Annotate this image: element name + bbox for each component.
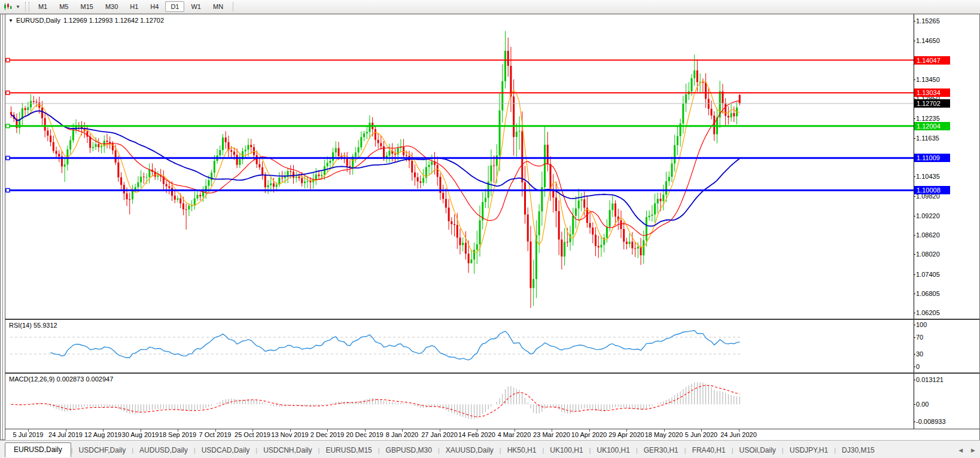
date-label: 23 Mar 2020 xyxy=(533,431,570,438)
date-label: 5 Jun 2020 xyxy=(685,431,717,438)
price-tick: 1.06205 xyxy=(916,309,940,317)
chart-workspace: ▼ EURUSD,Daily 1.12969 1.12993 1.12642 1… xyxy=(0,14,980,440)
price-tick: 1.13450 xyxy=(916,76,940,84)
rsi-label: RSI(14) 55.9312 xyxy=(9,322,57,329)
tab-usdchf-daily[interactable]: USDCHF,Daily xyxy=(73,444,132,457)
tab-xauusd-daily[interactable]: XAUUSD,Daily xyxy=(440,444,500,457)
toolbar-grip[interactable] xyxy=(25,2,29,11)
hline-price-label: 1.14047 xyxy=(914,56,950,65)
date-label: 14 Feb 2020 xyxy=(458,431,495,438)
timeframe-button-d1[interactable]: D1 xyxy=(165,1,184,12)
timeframe-button-m30[interactable]: M30 xyxy=(100,1,123,12)
tab-uk100-h1[interactable]: UK100,H1 xyxy=(544,444,589,457)
rsi-tick: 30 xyxy=(916,350,923,358)
date-label: 5 Jul 2019 xyxy=(13,431,44,438)
date-label: 29 Apr 2020 xyxy=(608,431,644,438)
timeframe-button-h1[interactable]: H1 xyxy=(124,1,144,12)
rsi-tick: 100 xyxy=(916,321,927,329)
chart-ohlc-values: 1.12969 1.12993 1.12642 1.12702 xyxy=(63,17,164,24)
chart-tabs: EURUSD,Daily|USDCHF,Daily|AUDUSD,Daily|U… xyxy=(5,442,881,457)
date-label: 10 Apr 2020 xyxy=(571,431,607,438)
tab-usoil-daily[interactable]: USOil,Daily xyxy=(734,444,782,457)
hline-price-label: 1.11009 xyxy=(914,154,950,162)
hline-price-label: 1.12004 xyxy=(914,122,950,130)
date-label: 18 Sep 2019 xyxy=(159,431,196,438)
rsi-tick: 70 xyxy=(916,334,923,341)
hline-price-label: 1.13034 xyxy=(914,88,950,97)
macd-chart[interactable] xyxy=(5,374,914,428)
date-label: 27 Jan 2020 xyxy=(421,431,458,438)
tab-gbpusd-m30[interactable]: GBPUSD,M30 xyxy=(380,444,438,457)
tab-scroll-right-icon[interactable]: ▶ xyxy=(971,447,975,453)
price-tick: 1.06805 xyxy=(916,290,940,298)
macd-tick: 0.013121 xyxy=(916,376,944,384)
chart-title: ▼ EURUSD,Daily 1.12969 1.12993 1.12642 1… xyxy=(8,17,164,24)
tab-scroll-left-icon[interactable]: ◀ xyxy=(958,447,963,453)
toolbar-separator xyxy=(233,2,233,11)
timeframe-button-m5[interactable]: M5 xyxy=(54,1,74,12)
price-tick: 1.10435 xyxy=(916,173,940,181)
price-tick: 1.08620 xyxy=(916,231,940,239)
chart-type-dropdown-icon[interactable]: ▼ xyxy=(14,4,22,10)
date-label: 20 Dec 2019 xyxy=(346,431,383,438)
macd-panel: MACD(12,26,9) 0.002873 0.002947 0.013121… xyxy=(5,374,979,429)
timeframe-button-m1[interactable]: M1 xyxy=(33,1,53,12)
candlestick-chart[interactable] xyxy=(5,14,914,317)
tab-hk50-h1[interactable]: HK50,H1 xyxy=(501,444,543,457)
tab-ger30-h1[interactable]: GER30,H1 xyxy=(638,444,684,457)
tab-scroll-buttons: ◀ ▶ xyxy=(958,447,975,453)
macd-plot-area[interactable]: MACD(12,26,9) 0.002873 0.002947 xyxy=(5,374,914,429)
chart-symbol-period: EURUSD,Daily xyxy=(16,17,60,24)
tab-eurusd-daily[interactable]: EURUSD,Daily xyxy=(5,442,71,457)
tab-eurusd-m15[interactable]: EURUSD,M15 xyxy=(319,444,378,457)
candlestick-chart-icon xyxy=(4,2,12,11)
tab-uk100-h1[interactable]: UK100,H1 xyxy=(591,444,636,457)
macd-tick: 0.00 xyxy=(916,401,929,408)
price-tick: 1.14650 xyxy=(916,37,940,45)
rsi-axis[interactable]: 10070300 xyxy=(914,320,979,372)
current-price-label: 1.12702 xyxy=(914,99,950,108)
timeframe-button-w1[interactable]: W1 xyxy=(185,1,206,12)
macd-tick: -0.008933 xyxy=(916,418,946,426)
price-tick: 1.07405 xyxy=(916,271,940,279)
price-tick: 1.09220 xyxy=(916,212,940,220)
moving-average-6 xyxy=(11,81,740,252)
price-axis[interactable]: 1.152651.146501.134501.128501.122351.116… xyxy=(914,14,979,319)
timeframe-toolbar: ▼ M1M5M15M30H1H4D1W1MN xyxy=(0,0,980,14)
macd-axis[interactable]: 0.0131210.00-0.008933 xyxy=(914,374,979,429)
price-tick: 1.15265 xyxy=(916,17,940,25)
timeframe-buttons: M1M5M15M30H1H4D1W1MN xyxy=(32,1,229,12)
rsi-panel: RSI(14) 55.9312 10070300 xyxy=(5,320,979,374)
trading-terminal-window: ▼ M1M5M15M30H1H4D1W1MN ▼ EURUSD,Daily 1.… xyxy=(0,0,980,458)
price-plot-area[interactable]: ▼ EURUSD,Daily 1.12969 1.12993 1.12642 1… xyxy=(5,14,914,319)
chart-collapse-icon[interactable]: ▼ xyxy=(8,18,13,23)
tab-usdjpy-h1[interactable]: USDJPY,H1 xyxy=(784,444,834,457)
date-label: 24 Jun 2020 xyxy=(720,431,757,438)
rsi-plot-area[interactable]: RSI(14) 55.9312 xyxy=(5,320,914,372)
price-tick: 1.08020 xyxy=(916,251,940,258)
tab-dj30-m15[interactable]: DJ30,M15 xyxy=(836,444,881,457)
timeframe-button-h4[interactable]: H4 xyxy=(145,1,164,12)
chart-left-edge xyxy=(1,14,5,439)
tab-audusd-daily[interactable]: AUDUSD,Daily xyxy=(133,444,194,457)
date-label: 18 May 2020 xyxy=(645,431,683,438)
main-chart-panel: ▼ EURUSD,Daily 1.12969 1.12993 1.12642 1… xyxy=(5,14,979,320)
timeframe-button-m15[interactable]: M15 xyxy=(75,1,98,12)
chart-type-icon[interactable] xyxy=(2,1,14,12)
date-label: 13 Nov 2019 xyxy=(271,431,308,438)
moving-average-20 xyxy=(11,101,740,236)
date-label: 30 Aug 2019 xyxy=(122,431,159,438)
rsi-chart[interactable] xyxy=(5,320,914,371)
price-tick: 1.11635 xyxy=(916,135,939,142)
tab-usdcnh-daily[interactable]: USDCNH,Daily xyxy=(257,444,318,457)
timeframe-button-mn[interactable]: MN xyxy=(208,1,229,12)
chart-tab-bar: EURUSD,Daily|USDCHF,Daily|AUDUSD,Daily|U… xyxy=(0,440,980,457)
time-axis[interactable]: 5 Jul 201924 Jul 201912 Aug 201930 Aug 2… xyxy=(5,429,979,440)
date-label: 8 Jan 2020 xyxy=(386,431,418,438)
date-label: 12 Aug 2019 xyxy=(84,431,121,438)
tab-usdcad-daily[interactable]: USDCAD,Daily xyxy=(196,444,256,457)
rsi-tick: 0 xyxy=(916,363,920,371)
date-label: 4 Mar 2020 xyxy=(498,431,531,438)
tab-fra40-h1[interactable]: FRA40,H1 xyxy=(686,444,732,457)
date-label: 25 Oct 2019 xyxy=(235,431,270,438)
